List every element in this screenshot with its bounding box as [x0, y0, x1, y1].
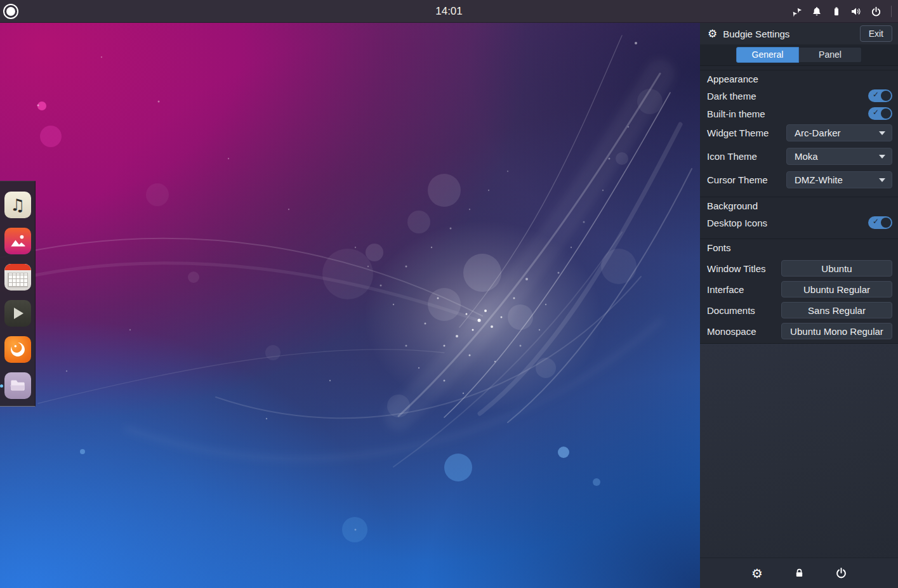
photo-mountain-icon	[8, 232, 27, 251]
volume-icon[interactable]	[850, 6, 862, 17]
dark-theme-label: Dark theme	[707, 91, 868, 101]
widget-theme-label: Widget Theme	[707, 127, 786, 138]
builtin-theme-label: Built-in theme	[707, 108, 868, 119]
settings-header: ⚙ Budgie Settings Exit	[700, 23, 898, 44]
interface-font-button[interactable]: Ubuntu Regular	[781, 281, 892, 297]
cursor-theme-value: DMZ-White	[795, 174, 879, 185]
desktop-wallpaper	[0, 23, 700, 588]
tray-separator	[891, 6, 892, 17]
settings-gear-icon: ⚙	[708, 29, 717, 39]
desktop-icons-row: Desktop Icons ✓	[700, 214, 898, 232]
music-note-icon: ♫	[10, 195, 25, 214]
running-app-indicator	[0, 384, 3, 388]
widget-theme-row: Widget Theme Arc-Darker	[700, 124, 898, 141]
chevron-down-icon	[879, 155, 885, 159]
section-background: Background	[700, 197, 898, 214]
desktop-icons-label: Desktop Icons	[707, 218, 868, 228]
check-icon: ✓	[873, 217, 879, 226]
window-titles-row: Window Titles Ubuntu	[700, 260, 898, 277]
dark-theme-toggle[interactable]: ✓	[868, 89, 892, 102]
check-icon: ✓	[873, 108, 879, 117]
section-appearance: Appearance	[700, 70, 898, 87]
budgie-settings-panel: ⚙ Budgie Settings Exit General Panel App…	[700, 23, 898, 588]
window-titles-label: Window Titles	[707, 263, 781, 274]
photos-app-icon[interactable]	[4, 228, 31, 254]
settings-title: Budgie Settings	[723, 29, 854, 39]
lock-button[interactable]	[791, 566, 807, 581]
section-fonts: Fonts	[700, 238, 898, 256]
wallpaper-swirl-art	[0, 23, 700, 588]
exit-button[interactable]: Exit	[860, 25, 892, 42]
settings-tabs: General Panel	[700, 44, 898, 66]
monospace-label: Monospace	[707, 326, 781, 337]
settings-footer: ⚙	[700, 558, 898, 588]
play-icon	[14, 308, 23, 319]
monospace-font-button[interactable]: Ubuntu Mono Regular	[781, 323, 892, 339]
calendar-header-strip	[4, 264, 31, 270]
check-icon: ✓	[873, 90, 879, 99]
gear-icon: ⚙	[751, 567, 763, 580]
cursor-theme-row: Cursor Theme DMZ-White	[700, 171, 898, 188]
files-app-icon[interactable]	[4, 372, 31, 399]
firefox-fox-icon	[7, 339, 29, 360]
builtin-theme-toggle[interactable]: ✓	[868, 107, 892, 120]
calendar-app-icon[interactable]	[4, 264, 31, 291]
chevron-down-icon	[879, 131, 885, 135]
lock-icon	[794, 568, 805, 578]
budgie-menu-icon[interactable]	[3, 4, 18, 19]
widget-theme-dropdown[interactable]: Arc-Darker	[786, 124, 892, 141]
clock[interactable]: 14:01	[435, 0, 463, 23]
power-icon[interactable]	[870, 6, 881, 17]
builtin-theme-row: Built-in theme ✓	[700, 105, 898, 122]
widget-theme-value: Arc-Darker	[795, 127, 879, 138]
toggle-knob	[881, 91, 891, 101]
chevron-down-icon	[879, 178, 885, 182]
toggle-knob	[881, 218, 891, 228]
documents-row: Documents Sans Regular	[700, 302, 898, 318]
settings-empty-area	[700, 343, 898, 558]
cursor-theme-label: Cursor Theme	[707, 174, 786, 185]
desktop-icons-toggle[interactable]: ✓	[868, 216, 892, 229]
desktop: ♫ 14:01	[0, 0, 898, 588]
icon-theme-dropdown[interactable]: Moka	[786, 148, 892, 165]
interface-label: Interface	[707, 284, 781, 295]
icon-theme-value: Moka	[795, 151, 879, 162]
icon-theme-label: Icon Theme	[707, 151, 786, 162]
dock: ♫	[0, 181, 36, 407]
music-app-icon[interactable]: ♫	[4, 192, 31, 218]
battery-icon[interactable]	[831, 6, 842, 17]
notifications-bell-icon[interactable]	[811, 6, 822, 17]
toggle-knob	[881, 108, 891, 119]
power-button[interactable]	[833, 566, 848, 581]
interface-row: Interface Ubuntu Regular	[700, 281, 898, 297]
video-player-app-icon[interactable]	[4, 300, 31, 327]
system-tray	[791, 0, 898, 23]
settings-button[interactable]: ⚙	[749, 566, 765, 581]
power-icon	[835, 567, 847, 579]
top-panel: 14:01	[0, 0, 898, 23]
tab-general[interactable]: General	[736, 47, 799, 63]
calendar-grid-icon	[8, 273, 28, 287]
firefox-app-icon[interactable]	[4, 336, 31, 363]
window-titles-font-button[interactable]: Ubuntu	[781, 260, 892, 277]
documents-label: Documents	[707, 305, 781, 316]
cursor-theme-dropdown[interactable]: DMZ-White	[786, 171, 892, 188]
tab-panel[interactable]: Panel	[799, 47, 862, 63]
monospace-row: Monospace Ubuntu Mono Regular	[700, 323, 898, 339]
folder-icon	[8, 376, 28, 396]
documents-font-button[interactable]: Sans Regular	[781, 302, 892, 318]
icon-theme-row: Icon Theme Moka	[700, 148, 898, 165]
dark-theme-row: Dark theme ✓	[700, 87, 898, 105]
transfer-arrows-icon[interactable]	[791, 6, 803, 17]
